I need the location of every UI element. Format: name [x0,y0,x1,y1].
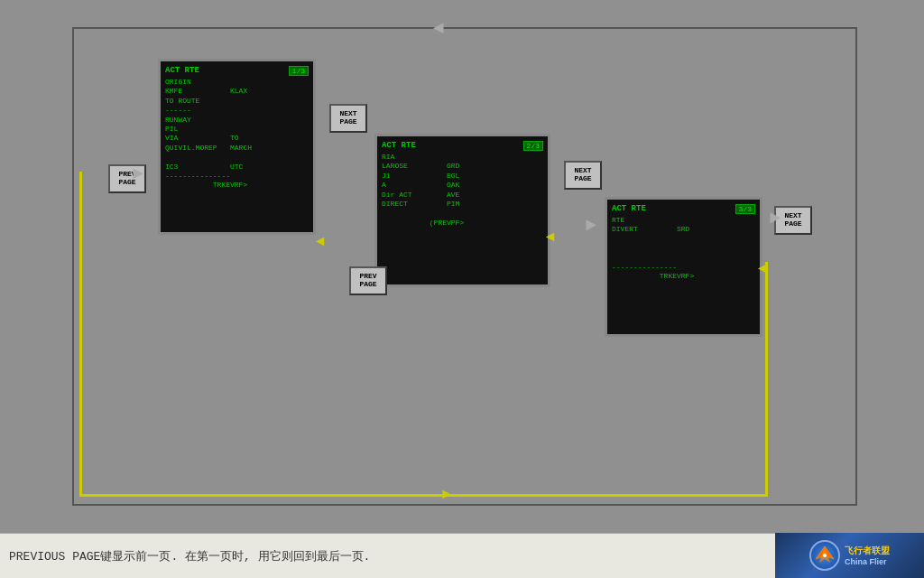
prev-page-button-2[interactable]: PREV PAGE [349,266,387,295]
logo-area: 飞行者联盟 China Flier [775,533,924,578]
cdu-panel-3-title: ACT RTE [612,204,646,214]
yellow-arrow-left-1-icon: ◄ [316,235,325,249]
next-page-button-2[interactable]: NEXT PAGE [564,161,602,190]
logo-text-cn: 飞行者联盟 [845,545,890,557]
top-arrow-left-icon: ◄ [433,20,444,38]
cdu-panel-1-titlebar: ACT RTE 1/3 [165,66,309,76]
cdu-panel-2-titlebar: ACT RTE 2/3 [382,141,543,151]
prev-page-button-2-label: PREV PAGE [353,273,383,289]
status-text: PREVIOUS PAGE键显示前一页. 在第一页时, 用它则回到最后一页. [9,548,370,564]
cdu-panel-2: ACT RTE 2/3 RIA LAROSE GRD J1 EGL A OAK … [374,134,550,287]
next-page-button-1[interactable]: NEXT PAGE [329,104,367,133]
svg-point-2 [823,554,827,557]
logo-emblem [809,540,840,571]
cdu-panel-3-page: 3/3 [735,204,755,214]
cdu-panel-1-title: ACT RTE [165,66,199,76]
yellow-line-right-vert [765,262,768,497]
next-page-button-2-label: NEXT PAGE [568,167,598,183]
logo-text-en: China Flier [845,557,890,566]
next-page-button-1-label: NEXT PAGE [333,110,364,126]
logo-plane-icon [812,543,837,568]
cdu-panel-2-page: 2/3 [523,141,543,151]
arrow-right-1-icon: ► [133,165,143,183]
cdu-panel-1-page: 1/3 [289,66,309,76]
cdu-panel-3-titlebar: ACT RTE 3/3 [612,204,755,214]
yellow-line-bottom-horiz [79,494,765,497]
cdu-panel-3: ACT RTE 3/3 RTE DIVERT SRD -------------… [605,197,762,337]
yellow-line-left-vert [79,172,82,497]
arrow-right-2-icon: ► [586,217,596,235]
cdu-panel-2-title: ACT RTE [382,141,416,151]
next-page-button-3-label: NEXT PAGE [778,212,808,228]
yellow-arrow-left-2-icon: ◄ [546,230,555,245]
yellow-arrow-right-bottom-icon: ► [442,488,451,502]
cdu-panel-1: ACT RTE 1/3 ORIGIN KMFE KLAX TO ROUTE --… [158,59,316,235]
diagram-area: ◄ ACT RTE 1/3 ORIGIN KMFE KLAX TO ROUTE … [0,0,924,533]
cdu-panel-3-content: RTE DIVERT SRD --------------- TRKEVRF> [612,216,755,282]
cdu-panel-2-content: RIA LAROSE GRD J1 EGL A OAK Dir ACT AVE … [382,153,543,228]
arrow-right-3-icon: ► [770,210,781,228]
cdu-panel-1-content: ORIGIN KMFE KLAX TO ROUTE ------ RUNWAY … [165,78,309,191]
status-bar: PREVIOUS PAGE键显示前一页. 在第一页时, 用它则回到最后一页. 飞… [0,533,924,578]
